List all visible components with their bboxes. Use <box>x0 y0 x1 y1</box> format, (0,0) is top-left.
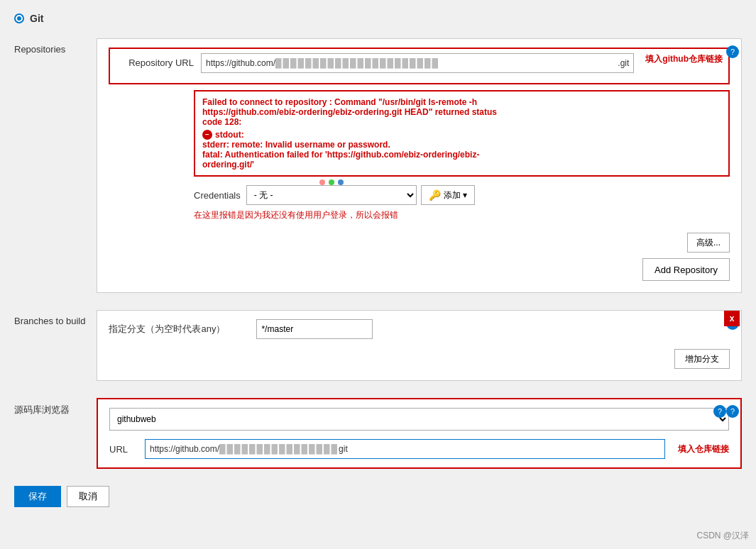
git-radio[interactable] <box>14 13 24 23</box>
error-line2: https://github.com/ebiz-ordering/ebiz-or… <box>202 107 721 117</box>
add-credentials-button[interactable]: 🔑 添加 ▾ <box>421 185 475 205</box>
url-help-icon[interactable]: ? <box>713 405 726 418</box>
dot-red <box>319 179 325 185</box>
error-stdout: stdout: <box>215 130 244 140</box>
add-repository-button[interactable]: Add Repository <box>642 258 730 281</box>
browser-select[interactable]: githubweb <box>109 408 729 431</box>
repo-url-blurred: ██████████████████████ <box>275 58 618 68</box>
key-icon: 🔑 <box>429 189 441 201</box>
repositories-section: Repositories Repository URL https://gith… <box>0 33 756 304</box>
error-minus-icon: − <box>202 130 212 140</box>
branch-input[interactable] <box>256 319 373 339</box>
error-stderr: stderr: remote: Invalid username or pass… <box>202 140 721 150</box>
git-label: Git <box>30 13 43 24</box>
save-button[interactable]: 保存 <box>14 486 61 507</box>
remove-branch-button[interactable]: x <box>724 311 740 326</box>
branches-content: 指定分支（为空时代表any） x 增加分支 <box>97 310 742 381</box>
credentials-label: Credentials <box>194 190 241 201</box>
source-browser-help-icon[interactable]: ? <box>726 405 739 418</box>
error-block: Failed to connect to repository : Comman… <box>194 90 730 177</box>
repo-url-row: Repository URL https://github.com/ █████… <box>116 53 723 73</box>
advanced-button[interactable]: 高级... <box>687 233 730 253</box>
source-browser-content: githubweb URL https://github.com/ ██████… <box>97 398 742 469</box>
branch-row: 指定分支（为空时代表any） x <box>109 319 730 339</box>
repo-url-bordered-box: Repository URL https://github.com/ █████… <box>109 48 730 84</box>
cancel-button[interactable]: 取消 <box>67 486 109 507</box>
error-fatal2: ordering.git/' <box>202 160 721 170</box>
repo-url-prefix: https://github.com/ <box>206 58 275 68</box>
credentials-controls: - 无 - 🔑 添加 ▾ <box>246 185 475 205</box>
add-branch-button[interactable]: 增加分支 <box>674 349 730 369</box>
dot-blue <box>338 179 344 185</box>
repositories-label: Repositories <box>14 38 85 55</box>
error-stdout-row: − stdout: <box>202 130 721 140</box>
repo-url-annotation: 填入github仓库链接 <box>645 53 723 65</box>
url-blurred: ████████████████ <box>219 444 339 454</box>
error-fatal: fatal: Authentication failed for 'https:… <box>202 150 721 160</box>
error-line1: Failed to connect to repository : Comman… <box>202 97 721 107</box>
credentials-select[interactable]: - 无 - <box>246 185 417 205</box>
repo-url-label: Repository URL <box>116 53 194 68</box>
branches-section: Branches to build 指定分支（为空时代表any） x 增加分支 … <box>0 304 756 392</box>
watermark: CSDN @汉泽 <box>696 530 749 542</box>
url-annotation: 填入仓库链接 <box>678 443 729 455</box>
source-browser-label: 源码库浏览器 <box>14 398 85 416</box>
url-input-wrapper: https://github.com/ ████████████████ git <box>145 439 665 459</box>
source-browser-help-icon2[interactable]: ? <box>713 405 726 418</box>
dot-green <box>329 179 334 185</box>
repositories-content: Repository URL https://github.com/ █████… <box>97 38 742 293</box>
page-container: Git Repositories Repository URL https://… <box>0 0 756 549</box>
credentials-annotation: 在这里报错是因为我还没有使用用户登录，所以会报错 <box>194 209 730 221</box>
dots-decoration <box>319 179 344 185</box>
branches-label: Branches to build <box>14 310 85 326</box>
browser-select-row: githubweb <box>109 408 729 439</box>
error-line3: code 128: <box>202 117 721 127</box>
git-header: Git <box>0 7 756 33</box>
source-browser-section: 源码库浏览器 githubweb URL https://github.com/… <box>0 392 756 480</box>
branch-field-label: 指定分支（为空时代表any） <box>109 323 251 336</box>
url-field-row: URL https://github.com/ ████████████████… <box>109 439 729 459</box>
repo-url-input-wrapper: https://github.com/ ████████████████████… <box>201 53 634 73</box>
branch-input-wrapper: x <box>256 319 730 339</box>
credentials-row: Credentials - 无 - <box>194 185 730 205</box>
repositories-help-icon[interactable]: ? <box>726 45 739 58</box>
bottom-bar: 保存 取消 <box>0 480 756 513</box>
add-credentials-label: 添加 ▾ <box>444 189 467 201</box>
url-suffix: git <box>339 444 348 454</box>
url-label: URL <box>109 444 138 455</box>
repo-url-suffix: .git <box>618 58 629 68</box>
url-prefix: https://github.com/ <box>150 444 219 454</box>
